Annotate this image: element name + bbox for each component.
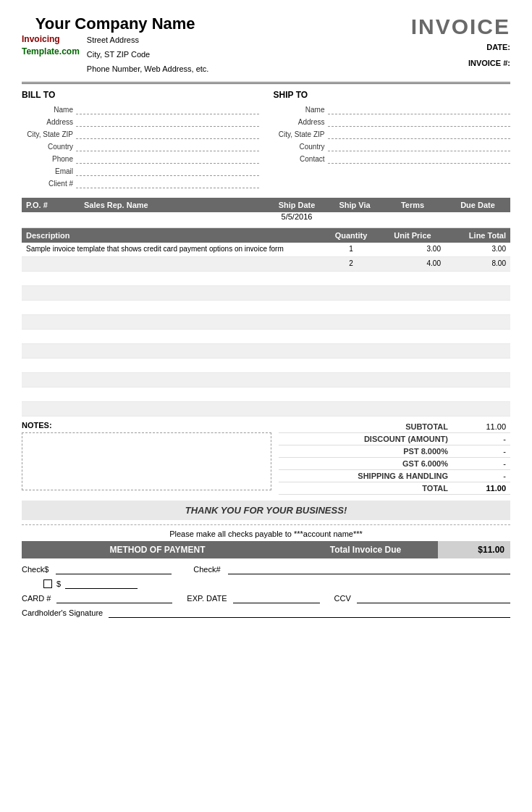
shipdate-header: Ship Date bbox=[264, 198, 329, 212]
notes-input[interactable] bbox=[22, 432, 271, 490]
item-unitprice[interactable] bbox=[380, 315, 445, 329]
payment-header: METHOD OF PAYMENT Total Invoice Due $11.… bbox=[22, 541, 510, 558]
item-desc[interactable] bbox=[22, 402, 322, 416]
item-qty[interactable] bbox=[322, 315, 380, 329]
item-qty[interactable]: 2 bbox=[322, 257, 380, 271]
card-number-input[interactable] bbox=[56, 593, 172, 603]
ship-country-input[interactable] bbox=[328, 141, 511, 151]
items-header-row: Description Quantity Unit Price Line Tot… bbox=[22, 228, 510, 243]
address-line1: Street Address bbox=[87, 33, 209, 48]
duedate-value[interactable] bbox=[445, 212, 510, 227]
ship-name-input[interactable] bbox=[328, 104, 511, 114]
check-num-input[interactable] bbox=[228, 564, 510, 574]
po-value[interactable] bbox=[22, 212, 80, 227]
item-row bbox=[22, 373, 510, 388]
item-desc[interactable] bbox=[22, 373, 322, 387]
item-linetotal[interactable] bbox=[445, 388, 510, 401]
item-desc[interactable] bbox=[22, 388, 322, 401]
ccv-input[interactable] bbox=[357, 593, 510, 603]
item-linetotal[interactable] bbox=[445, 359, 510, 372]
item-desc[interactable] bbox=[22, 344, 322, 358]
item-linetotal[interactable] bbox=[445, 272, 510, 285]
duedate-header: Due Date bbox=[445, 198, 510, 212]
item-qty[interactable] bbox=[322, 402, 380, 416]
ccv-label: CCV bbox=[334, 594, 351, 603]
item-unitprice[interactable] bbox=[380, 286, 445, 300]
desc-header: Description bbox=[22, 228, 322, 243]
item-qty[interactable] bbox=[322, 373, 380, 387]
item-qty[interactable] bbox=[322, 344, 380, 358]
item-linetotal[interactable] bbox=[445, 373, 510, 387]
item-linetotal[interactable]: 3.00 bbox=[445, 243, 510, 256]
item-unitprice[interactable] bbox=[380, 344, 445, 358]
item-desc[interactable] bbox=[22, 257, 322, 271]
terms-value[interactable] bbox=[380, 212, 445, 227]
item-unitprice[interactable] bbox=[380, 373, 445, 387]
item-row bbox=[22, 272, 510, 286]
company-info-block: Your Company Name Invoicing Template.com… bbox=[22, 14, 208, 76]
item-unitprice[interactable] bbox=[380, 359, 445, 372]
ship-city-input[interactable] bbox=[328, 129, 511, 139]
item-qty[interactable] bbox=[322, 359, 380, 372]
item-unitprice[interactable] bbox=[380, 388, 445, 401]
item-desc[interactable] bbox=[22, 315, 322, 329]
item-qty[interactable] bbox=[322, 286, 380, 300]
notes-label: NOTES: bbox=[22, 421, 271, 430]
check-dollar-input[interactable] bbox=[56, 564, 172, 574]
salesrep-value[interactable] bbox=[80, 212, 264, 227]
item-unitprice[interactable] bbox=[380, 301, 445, 314]
item-qty[interactable] bbox=[322, 272, 380, 285]
ship-country-label: Country bbox=[274, 143, 328, 151]
exp-date-input[interactable] bbox=[233, 593, 320, 603]
bill-client-input[interactable] bbox=[76, 178, 259, 188]
item-linetotal[interactable] bbox=[445, 330, 510, 343]
shipdate-value[interactable]: 5/5/2016 bbox=[264, 212, 329, 227]
item-linetotal[interactable] bbox=[445, 301, 510, 314]
subtotal-row: SUBTOTAL 11.00 bbox=[279, 421, 510, 433]
item-unitprice[interactable] bbox=[380, 402, 445, 416]
item-desc[interactable] bbox=[22, 286, 322, 300]
item-row bbox=[22, 359, 510, 373]
item-linetotal[interactable] bbox=[445, 315, 510, 329]
item-desc[interactable] bbox=[22, 359, 322, 372]
item-desc[interactable] bbox=[22, 301, 322, 314]
invoice-title: INVOICE bbox=[411, 14, 510, 39]
bill-address-input[interactable] bbox=[76, 117, 259, 127]
item-unitprice[interactable] bbox=[380, 330, 445, 343]
item-linetotal[interactable]: 8.00 bbox=[445, 257, 510, 271]
card-amount-input[interactable] bbox=[65, 579, 138, 589]
bill-phone-input[interactable] bbox=[76, 154, 259, 164]
item-linetotal[interactable] bbox=[445, 402, 510, 416]
card-checkbox[interactable] bbox=[43, 579, 52, 588]
ship-contact-input[interactable] bbox=[328, 154, 511, 164]
item-linetotal[interactable] bbox=[445, 344, 510, 358]
bill-address-label: Address bbox=[22, 118, 76, 126]
subtotal-label: SUBTOTAL bbox=[283, 422, 448, 431]
item-qty[interactable] bbox=[322, 301, 380, 314]
item-unitprice[interactable]: 3.00 bbox=[380, 243, 445, 256]
item-qty[interactable]: 1 bbox=[322, 243, 380, 256]
item-row: Sample invoice template that shows credi… bbox=[22, 243, 510, 257]
item-unitprice[interactable]: 4.00 bbox=[380, 257, 445, 271]
pst-rate: 8.000% bbox=[421, 447, 448, 456]
payment-note: Please make all checks payable to ***acc… bbox=[22, 530, 510, 538]
item-qty[interactable] bbox=[322, 330, 380, 343]
totals-block: SUBTOTAL 11.00 DISCOUNT (AMOUNT) - PST 8… bbox=[279, 421, 510, 495]
signature-input[interactable] bbox=[109, 608, 510, 618]
total-row: TOTAL 11.00 bbox=[279, 482, 510, 495]
item-qty[interactable] bbox=[322, 388, 380, 401]
checkbox-row: $ bbox=[43, 579, 510, 589]
bill-email-input[interactable] bbox=[76, 166, 259, 176]
bill-country-input[interactable] bbox=[76, 141, 259, 151]
total-label: TOTAL bbox=[283, 484, 448, 493]
bill-name-input[interactable] bbox=[76, 104, 259, 114]
item-linetotal[interactable] bbox=[445, 286, 510, 300]
item-desc[interactable]: Sample invoice template that shows credi… bbox=[22, 243, 322, 256]
bill-city-input[interactable] bbox=[76, 129, 259, 139]
item-desc[interactable] bbox=[22, 330, 322, 343]
terms-header: Terms bbox=[380, 198, 445, 212]
shipvia-value[interactable] bbox=[329, 212, 380, 227]
item-desc[interactable] bbox=[22, 272, 322, 285]
ship-address-input[interactable] bbox=[328, 117, 511, 127]
item-unitprice[interactable] bbox=[380, 272, 445, 285]
